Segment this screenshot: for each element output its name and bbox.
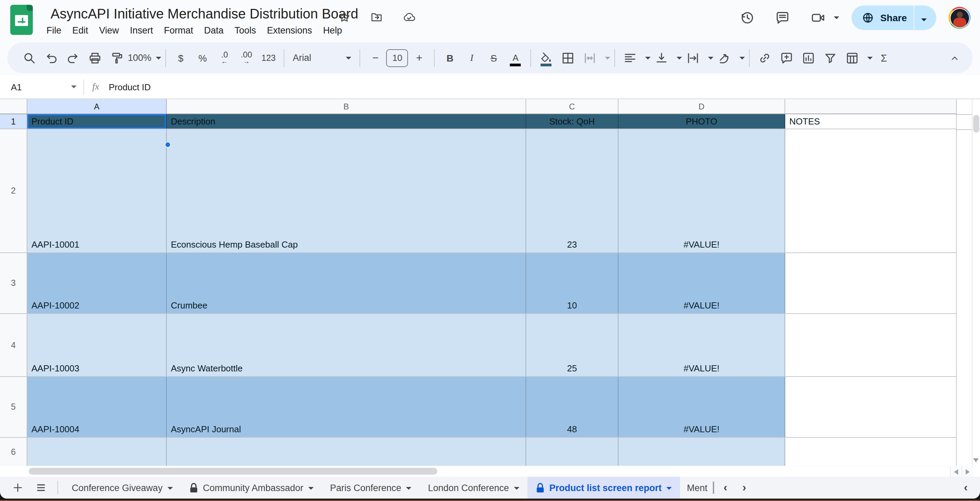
previous-sheet-icon[interactable]: ‹	[723, 481, 727, 495]
share-dropdown[interactable]	[915, 12, 934, 24]
strikethrough-button[interactable]: S	[487, 49, 501, 66]
cell-C5[interactable]: 48	[526, 377, 619, 437]
borders-icon[interactable]	[562, 49, 575, 66]
cell-D1[interactable]: PHOTO	[619, 114, 785, 129]
table-view-button[interactable]	[842, 49, 873, 66]
star-icon[interactable]	[337, 9, 351, 25]
search-icon[interactable]	[22, 49, 36, 66]
text-color-button[interactable]: A	[509, 49, 522, 66]
cell-D5[interactable]: #VALUE!	[619, 377, 785, 437]
column-header-D[interactable]: D	[619, 99, 785, 113]
insert-comment-icon[interactable]	[780, 49, 794, 66]
cell-B6[interactable]	[167, 438, 526, 466]
menu-tools[interactable]: Tools	[229, 23, 261, 38]
paint-format-icon[interactable]	[110, 49, 124, 66]
menu-format[interactable]: Format	[159, 23, 199, 38]
menu-insert[interactable]: Insert	[124, 23, 159, 38]
format-currency-button[interactable]: $	[174, 49, 188, 66]
cell-D3[interactable]: #VALUE!	[619, 253, 785, 313]
merge-cells-button[interactable]	[579, 49, 611, 66]
cell-B2[interactable]: Econscious Hemp Baseball Cap	[167, 129, 526, 252]
selection-fill-handle[interactable]	[165, 142, 171, 148]
column-header-C[interactable]: C	[526, 99, 619, 113]
vertical-scrollbar-thumb[interactable]	[973, 115, 979, 133]
cell-C2[interactable]: 23	[526, 129, 619, 252]
cell-C3[interactable]: 10	[526, 253, 619, 313]
horizontal-align-button[interactable]	[619, 49, 651, 66]
tab-menu-icon[interactable]	[167, 487, 173, 490]
cell-E5[interactable]	[785, 377, 957, 437]
cell-A3[interactable]: AAPI-10002	[27, 253, 167, 313]
decrease-font-size-button[interactable]: −	[369, 49, 382, 66]
horizontal-scrollbar-thumb[interactable]	[29, 468, 438, 475]
cell-B3[interactable]: Crumbee	[167, 253, 526, 313]
chevron-down-icon[interactable]	[71, 86, 76, 88]
row-number[interactable]: 1	[0, 114, 27, 129]
row-number[interactable]: 5	[0, 377, 27, 437]
sheets-logo-icon[interactable]	[10, 5, 33, 35]
collapse-toolbar-icon[interactable]	[948, 49, 961, 66]
vertical-align-button[interactable]	[651, 49, 682, 66]
scroll-down-arrow-icon[interactable]	[973, 458, 978, 462]
fill-color-button[interactable]	[539, 49, 553, 66]
insert-link-icon[interactable]	[758, 49, 772, 66]
account-avatar[interactable]	[948, 7, 970, 29]
format-percent-button[interactable]: %	[196, 49, 210, 66]
scroll-right-button[interactable]	[961, 466, 973, 477]
corner-box[interactable]	[0, 99, 27, 113]
add-sheet-icon[interactable]	[11, 479, 25, 496]
cell-C6[interactable]	[526, 438, 619, 466]
cell-D2[interactable]: #VALUE!	[619, 129, 785, 252]
tab-product-list-screen-report[interactable]: Product list screen report	[528, 477, 680, 499]
move-to-folder-icon[interactable]	[370, 9, 383, 25]
zoom-select[interactable]: 100%	[128, 53, 161, 63]
chevron-down-icon[interactable]	[834, 16, 839, 19]
bold-button[interactable]: B	[443, 49, 457, 66]
meet-button[interactable]	[807, 10, 839, 26]
tab-menu-icon[interactable]	[514, 487, 519, 490]
menu-extensions[interactable]: Extensions	[261, 23, 317, 38]
row-number[interactable]: 6	[0, 438, 27, 466]
cell-E1[interactable]: NOTES	[785, 114, 957, 129]
cell-E6[interactable]	[785, 438, 957, 466]
cell-D6[interactable]	[619, 438, 785, 466]
cell-C1[interactable]: Stock: QoH	[526, 114, 619, 129]
cell-D4[interactable]: #VALUE!	[619, 314, 785, 376]
font-select[interactable]: Arial	[293, 53, 352, 63]
tab-menu-icon[interactable]	[666, 487, 672, 490]
cell-A5[interactable]: AAPI-10004	[27, 377, 167, 437]
vertical-scrollbar[interactable]	[972, 99, 980, 466]
column-header-B[interactable]: B	[167, 99, 526, 113]
comment-history-icon[interactable]	[775, 10, 790, 26]
cell-C4[interactable]: 25	[526, 314, 619, 376]
functions-button[interactable]: Σ	[877, 49, 891, 66]
next-sheet-icon[interactable]: ›	[743, 481, 746, 495]
cell-B1[interactable]: Description	[167, 114, 526, 129]
undo-icon[interactable]	[45, 49, 58, 66]
column-header-E[interactable]	[785, 99, 957, 113]
cell-A6[interactable]	[27, 438, 167, 466]
more-formats-button[interactable]: 123	[261, 49, 276, 66]
row-number[interactable]: 4	[0, 314, 27, 376]
italic-button[interactable]: I	[465, 49, 479, 66]
cell-B5[interactable]: AsyncAPI Journal	[167, 377, 526, 437]
cell-E4[interactable]	[785, 314, 957, 376]
filter-icon[interactable]	[824, 49, 837, 66]
menu-view[interactable]: View	[94, 23, 124, 38]
menu-data[interactable]: Data	[199, 23, 229, 38]
name-box[interactable]: A1	[0, 82, 83, 92]
decrease-decimal-button[interactable]: .0←	[218, 49, 231, 66]
print-icon[interactable]	[88, 49, 102, 66]
redo-icon[interactable]	[66, 49, 80, 66]
cell-E3[interactable]	[785, 253, 957, 313]
document-title[interactable]: AsyncAPI Initiative Merchandise Distribu…	[51, 6, 358, 22]
tab-truncated[interactable]: Ment	[680, 477, 715, 499]
cloud-saved-icon[interactable]	[402, 9, 415, 25]
text-rotation-button[interactable]	[714, 49, 745, 66]
tab-paris-conference[interactable]: Paris Conference	[322, 477, 420, 499]
version-history-icon[interactable]	[740, 10, 754, 26]
share-button[interactable]: Share	[851, 5, 936, 30]
tab-menu-icon[interactable]	[406, 487, 411, 490]
tab-london-conference[interactable]: London Conference	[420, 477, 527, 499]
menu-edit[interactable]: Edit	[67, 23, 94, 38]
